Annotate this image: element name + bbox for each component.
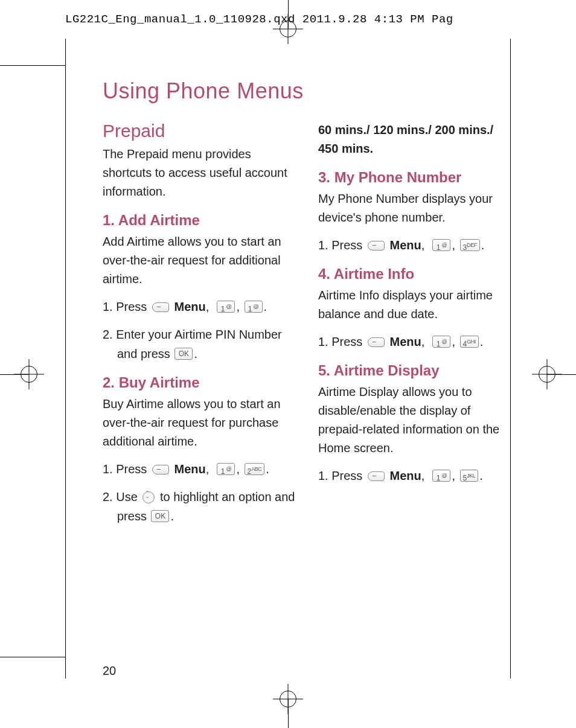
nav-key-icon bbox=[142, 491, 155, 503]
key-ok-icon: OK bbox=[151, 510, 169, 522]
key-5-icon: 5JKL bbox=[460, 470, 479, 482]
key-4-icon: 4GHI bbox=[460, 336, 479, 348]
trim-tick-top bbox=[0, 65, 65, 66]
key-1-icon: 1 @ bbox=[217, 301, 235, 313]
crop-mark-top-icon bbox=[276, 0, 300, 43]
key-1-icon: 1 @ bbox=[245, 301, 263, 313]
key-1-icon: 1 @ bbox=[432, 336, 450, 348]
section-buy-airtime-intro: Buy Airtime allows you to start an over-… bbox=[103, 395, 298, 451]
key-3-icon: 3DEF bbox=[460, 239, 480, 251]
left-soft-key-icon bbox=[368, 337, 385, 347]
section-add-airtime-heading: 1. Add Airtime bbox=[103, 212, 298, 229]
airtime-info-step1: 1. Press Menu, 1 @, 4GHI. bbox=[318, 332, 513, 351]
left-soft-key-icon bbox=[152, 302, 169, 312]
key-1-icon: 1 @ bbox=[217, 463, 235, 475]
prepress-header: LG221C_Eng_manual_1.0_110928.qxd 2011.9.… bbox=[65, 13, 453, 26]
crop-mark-left-icon bbox=[0, 362, 43, 386]
section-airtime-info-intro: Airtime Info displays your airtime balan… bbox=[318, 286, 513, 324]
section-prepaid-intro: The Prepaid menu provides shortcuts to a… bbox=[103, 145, 298, 201]
section-add-airtime-intro: Add Airtime allows you to start an over-… bbox=[103, 232, 298, 289]
airtime-display-step1: 1. Press Menu, 1 @, 5JKL. bbox=[318, 466, 513, 485]
left-soft-key-icon bbox=[152, 465, 169, 474]
left-soft-key-icon bbox=[368, 471, 385, 481]
key-1-icon: 1 @ bbox=[432, 470, 450, 482]
crop-mark-right-icon bbox=[533, 362, 576, 386]
my-phone-number-step1: 1. Press Menu, 1 @, 3DEF. bbox=[318, 235, 513, 255]
section-buy-airtime-heading: 2. Buy Airtime bbox=[103, 374, 298, 391]
add-airtime-step2: 2. Enter your Airtime PIN Number and pre… bbox=[103, 325, 298, 363]
buy-airtime-step2: 2. Use to highlight an option and press … bbox=[103, 487, 298, 526]
add-airtime-step1: 1. Press Menu, 1 @, 1 @. bbox=[103, 297, 298, 316]
key-2-icon: 2ABC bbox=[245, 463, 265, 475]
buy-airtime-options: 60 mins./ 120 mins./ 200 mins./ 450 mins… bbox=[318, 121, 513, 158]
section-airtime-info-heading: 4. Airtime Info bbox=[318, 266, 513, 283]
section-my-phone-number-heading: 3. My Phone Number bbox=[318, 169, 513, 186]
crop-mark-bottom-icon bbox=[276, 685, 300, 728]
key-ok-icon: OK bbox=[174, 348, 193, 360]
page-title: Using Phone Menus bbox=[103, 78, 513, 104]
section-my-phone-number-intro: My Phone Number displays your device's p… bbox=[318, 190, 513, 227]
section-airtime-display-intro: Airtime Display allows you to disable/en… bbox=[318, 383, 513, 458]
trim-line-left bbox=[65, 39, 66, 679]
buy-airtime-step1: 1. Press Menu, 1 @, 2ABC. bbox=[103, 459, 298, 479]
left-soft-key-icon bbox=[368, 241, 385, 251]
section-prepaid-heading: Prepaid bbox=[103, 121, 298, 141]
section-airtime-display-heading: 5. Airtime Display bbox=[318, 362, 513, 379]
page-number: 20 bbox=[103, 664, 116, 678]
key-1-icon: 1 @ bbox=[432, 239, 450, 251]
trim-tick-bottom bbox=[0, 657, 65, 657]
